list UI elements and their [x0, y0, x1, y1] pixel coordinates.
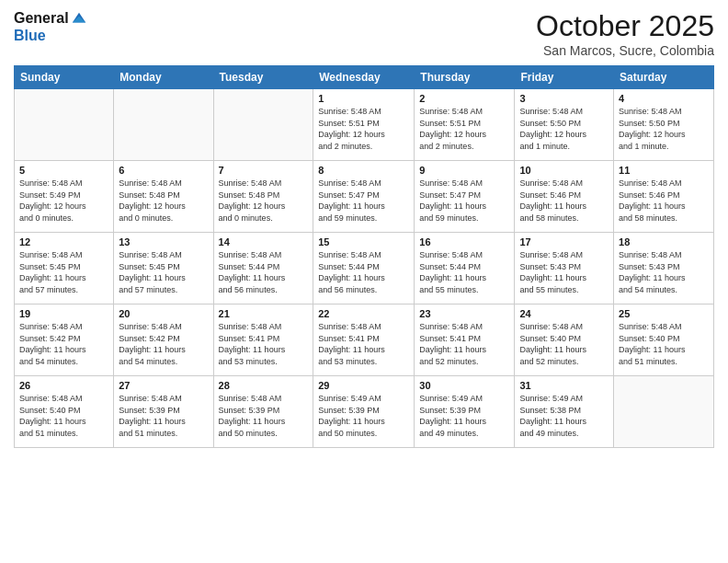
logo-blue-text: Blue: [14, 28, 87, 44]
month-title: October 2025: [536, 9, 714, 43]
calendar-cell: 15Sunrise: 5:48 AM Sunset: 5:44 PM Dayli…: [313, 233, 415, 304]
calendar-cell: 1Sunrise: 5:48 AM Sunset: 5:51 PM Daylig…: [313, 89, 415, 161]
day-number: 1: [318, 93, 409, 104]
day-info: Sunrise: 5:48 AM Sunset: 5:50 PM Dayligh…: [619, 106, 709, 152]
calendar-table: SundayMondayTuesdayWednesdayThursdayFrid…: [14, 65, 714, 448]
page: General Blue October 2025 San Marcos, Su…: [0, 0, 728, 563]
calendar-week-row: 5Sunrise: 5:48 AM Sunset: 5:49 PM Daylig…: [15, 161, 714, 233]
day-info: Sunrise: 5:49 AM Sunset: 5:39 PM Dayligh…: [318, 393, 409, 439]
calendar-cell: 27Sunrise: 5:48 AM Sunset: 5:39 PM Dayli…: [114, 376, 213, 448]
calendar-cell: 19Sunrise: 5:48 AM Sunset: 5:42 PM Dayli…: [15, 304, 114, 376]
calendar-cell: 12Sunrise: 5:48 AM Sunset: 5:45 PM Dayli…: [15, 233, 114, 304]
calendar-cell: 5Sunrise: 5:48 AM Sunset: 5:49 PM Daylig…: [15, 161, 114, 233]
weekday-header-tuesday: Tuesday: [213, 66, 313, 89]
day-number: 20: [119, 308, 208, 319]
location: San Marcos, Sucre, Colombia: [536, 43, 714, 58]
day-info: Sunrise: 5:48 AM Sunset: 5:41 PM Dayligh…: [219, 321, 309, 367]
calendar-cell: 14Sunrise: 5:48 AM Sunset: 5:44 PM Dayli…: [213, 233, 313, 304]
calendar-cell: 10Sunrise: 5:48 AM Sunset: 5:46 PM Dayli…: [515, 161, 614, 233]
day-info: Sunrise: 5:48 AM Sunset: 5:48 PM Dayligh…: [119, 178, 208, 224]
day-number: 28: [219, 380, 309, 391]
calendar-cell: 29Sunrise: 5:49 AM Sunset: 5:39 PM Dayli…: [313, 376, 415, 448]
day-number: 27: [119, 380, 208, 391]
day-info: Sunrise: 5:49 AM Sunset: 5:39 PM Dayligh…: [419, 393, 509, 439]
day-number: 6: [119, 165, 208, 176]
day-info: Sunrise: 5:48 AM Sunset: 5:39 PM Dayligh…: [219, 393, 309, 439]
day-info: Sunrise: 5:48 AM Sunset: 5:42 PM Dayligh…: [19, 321, 108, 367]
calendar-cell: 31Sunrise: 5:49 AM Sunset: 5:38 PM Dayli…: [515, 376, 614, 448]
calendar-cell: 26Sunrise: 5:48 AM Sunset: 5:40 PM Dayli…: [15, 376, 114, 448]
day-info: Sunrise: 5:48 AM Sunset: 5:44 PM Dayligh…: [318, 249, 409, 295]
day-number: 14: [219, 236, 309, 247]
day-info: Sunrise: 5:48 AM Sunset: 5:47 PM Dayligh…: [419, 178, 509, 224]
day-number: 10: [519, 165, 609, 176]
calendar-cell: 30Sunrise: 5:49 AM Sunset: 5:39 PM Dayli…: [415, 376, 515, 448]
day-info: Sunrise: 5:48 AM Sunset: 5:51 PM Dayligh…: [318, 106, 409, 152]
day-info: Sunrise: 5:48 AM Sunset: 5:43 PM Dayligh…: [519, 249, 609, 295]
calendar-cell: 3Sunrise: 5:48 AM Sunset: 5:50 PM Daylig…: [515, 89, 614, 161]
day-info: Sunrise: 5:49 AM Sunset: 5:38 PM Dayligh…: [519, 393, 609, 439]
calendar-cell: 22Sunrise: 5:48 AM Sunset: 5:41 PM Dayli…: [313, 304, 415, 376]
day-info: Sunrise: 5:48 AM Sunset: 5:46 PM Dayligh…: [619, 178, 709, 224]
weekday-header-friday: Friday: [515, 66, 614, 89]
calendar-cell: 18Sunrise: 5:48 AM Sunset: 5:43 PM Dayli…: [614, 233, 714, 304]
day-number: 19: [19, 308, 108, 319]
day-info: Sunrise: 5:48 AM Sunset: 5:41 PM Dayligh…: [318, 321, 409, 367]
day-info: Sunrise: 5:48 AM Sunset: 5:40 PM Dayligh…: [19, 393, 108, 439]
day-info: Sunrise: 5:48 AM Sunset: 5:45 PM Dayligh…: [19, 249, 108, 295]
svg-marker-1: [72, 16, 85, 22]
day-number: 2: [419, 93, 509, 104]
day-number: 8: [318, 165, 409, 176]
day-number: 23: [419, 308, 509, 319]
calendar-cell: 6Sunrise: 5:48 AM Sunset: 5:48 PM Daylig…: [114, 161, 213, 233]
weekday-header-monday: Monday: [114, 66, 213, 89]
day-info: Sunrise: 5:48 AM Sunset: 5:42 PM Dayligh…: [119, 321, 208, 367]
calendar-week-row: 19Sunrise: 5:48 AM Sunset: 5:42 PM Dayli…: [15, 304, 714, 376]
day-info: Sunrise: 5:48 AM Sunset: 5:50 PM Dayligh…: [519, 106, 609, 152]
day-number: 4: [619, 93, 709, 104]
calendar-cell: 24Sunrise: 5:48 AM Sunset: 5:40 PM Dayli…: [515, 304, 614, 376]
calendar-cell: 13Sunrise: 5:48 AM Sunset: 5:45 PM Dayli…: [114, 233, 213, 304]
weekday-header-wednesday: Wednesday: [313, 66, 415, 89]
calendar-cell: 17Sunrise: 5:48 AM Sunset: 5:43 PM Dayli…: [515, 233, 614, 304]
calendar-cell: 11Sunrise: 5:48 AM Sunset: 5:46 PM Dayli…: [614, 161, 714, 233]
calendar-cell: [614, 376, 714, 448]
day-number: 21: [219, 308, 309, 319]
calendar-cell: 9Sunrise: 5:48 AM Sunset: 5:47 PM Daylig…: [415, 161, 515, 233]
calendar-cell: 7Sunrise: 5:48 AM Sunset: 5:48 PM Daylig…: [213, 161, 313, 233]
logo-general-text: General: [14, 10, 69, 27]
day-number: 9: [419, 165, 509, 176]
day-number: 16: [419, 236, 509, 247]
weekday-header-sunday: Sunday: [15, 66, 114, 89]
day-info: Sunrise: 5:48 AM Sunset: 5:51 PM Dayligh…: [419, 106, 509, 152]
calendar-week-row: 12Sunrise: 5:48 AM Sunset: 5:45 PM Dayli…: [15, 233, 714, 304]
day-number: 13: [119, 236, 208, 247]
day-number: 5: [19, 165, 108, 176]
day-number: 22: [318, 308, 409, 319]
day-number: 29: [318, 380, 409, 391]
logo: General Blue: [14, 9, 87, 44]
calendar-cell: 20Sunrise: 5:48 AM Sunset: 5:42 PM Dayli…: [114, 304, 213, 376]
calendar-cell: 4Sunrise: 5:48 AM Sunset: 5:50 PM Daylig…: [614, 89, 714, 161]
calendar-cell: 23Sunrise: 5:48 AM Sunset: 5:41 PM Dayli…: [415, 304, 515, 376]
day-number: 17: [519, 236, 609, 247]
logo-icon: [71, 11, 87, 28]
day-info: Sunrise: 5:48 AM Sunset: 5:48 PM Dayligh…: [219, 178, 309, 224]
day-number: 3: [519, 93, 609, 104]
calendar-cell: 2Sunrise: 5:48 AM Sunset: 5:51 PM Daylig…: [415, 89, 515, 161]
calendar-cell: 21Sunrise: 5:48 AM Sunset: 5:41 PM Dayli…: [213, 304, 313, 376]
day-info: Sunrise: 5:48 AM Sunset: 5:43 PM Dayligh…: [619, 249, 709, 295]
day-info: Sunrise: 5:48 AM Sunset: 5:47 PM Dayligh…: [318, 178, 409, 224]
calendar-cell: 8Sunrise: 5:48 AM Sunset: 5:47 PM Daylig…: [313, 161, 415, 233]
day-info: Sunrise: 5:48 AM Sunset: 5:44 PM Dayligh…: [219, 249, 309, 295]
day-number: 30: [419, 380, 509, 391]
day-number: 15: [318, 236, 409, 247]
day-number: 11: [619, 165, 709, 176]
day-number: 24: [519, 308, 609, 319]
day-info: Sunrise: 5:48 AM Sunset: 5:49 PM Dayligh…: [19, 178, 108, 224]
calendar-week-row: 26Sunrise: 5:48 AM Sunset: 5:40 PM Dayli…: [15, 376, 714, 448]
day-number: 7: [219, 165, 309, 176]
day-info: Sunrise: 5:48 AM Sunset: 5:41 PM Dayligh…: [419, 321, 509, 367]
calendar-cell: [114, 89, 213, 161]
day-number: 18: [619, 236, 709, 247]
